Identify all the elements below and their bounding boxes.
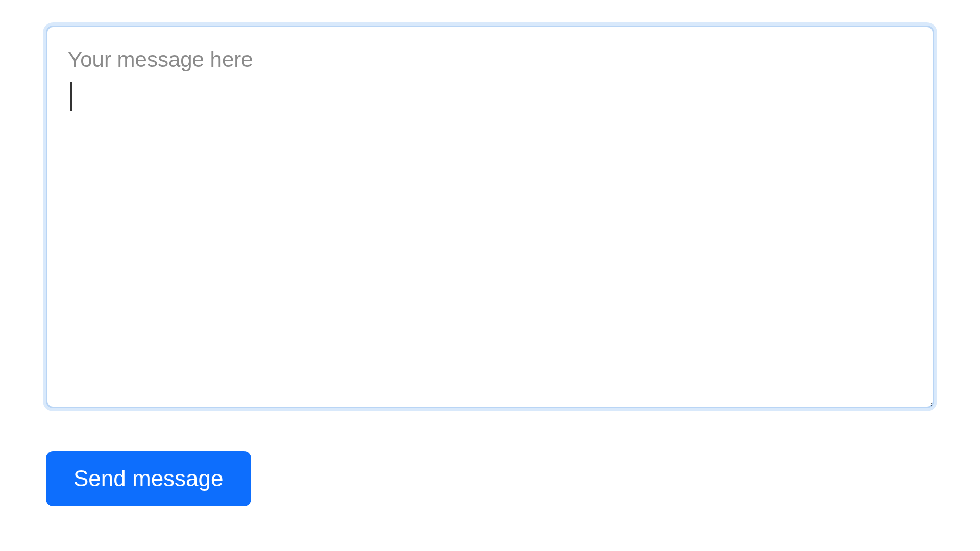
message-input[interactable]	[46, 26, 934, 408]
send-message-button[interactable]: Send message	[46, 451, 251, 506]
message-form: Send message	[46, 26, 934, 506]
textarea-wrapper	[46, 26, 934, 410]
